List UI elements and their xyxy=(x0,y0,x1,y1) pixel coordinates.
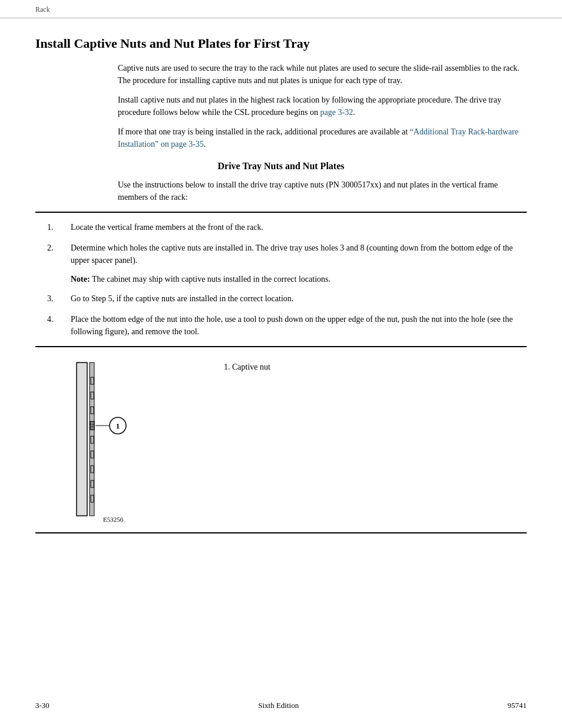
breadcrumb: Rack xyxy=(35,5,50,14)
step-1-num: 1. xyxy=(47,221,71,233)
top-divider xyxy=(35,212,527,213)
page-ref-link-1[interactable]: page 3-32 xyxy=(320,108,353,117)
footer-left: 3-30 xyxy=(35,701,49,710)
footer-right: 95741 xyxy=(507,701,527,710)
step-4-text: Place the bottom edge of the nut into th… xyxy=(71,313,515,338)
figure-svg: 1 E53256 xyxy=(41,357,206,528)
page-title: Install Captive Nuts and Nut Plates for … xyxy=(35,36,527,51)
step-3: 3. Go to Step 5, if the captive nuts are… xyxy=(47,292,515,305)
figure-legend-num: 1. xyxy=(224,363,230,371)
svg-rect-0 xyxy=(77,363,87,516)
step-3-text: Go to Step 5, if the captive nuts are in… xyxy=(71,292,515,305)
paragraph-1: Captive nuts are used to secure the tray… xyxy=(118,62,527,87)
note-text: The cabinet may ship with captive nuts i… xyxy=(92,275,330,284)
step-3-num: 3. xyxy=(47,292,71,305)
svg-text:E53256: E53256 xyxy=(103,516,124,523)
section-intro: Use the instructions below to install th… xyxy=(118,179,527,203)
step-1: 1. Locate the vertical frame members at … xyxy=(47,221,515,233)
paragraph-2: Install captive nuts and nut plates in t… xyxy=(118,94,527,118)
steps-block: 1. Locate the vertical frame members at … xyxy=(35,221,527,338)
step-4: 4. Place the bottom edge of the nut into… xyxy=(47,313,515,338)
page: Rack Install Captive Nuts and Nut Plates… xyxy=(0,0,562,728)
note-label: Note: xyxy=(71,275,90,284)
section-title: Drive Tray Nuts and Nut Plates xyxy=(35,161,527,172)
step-4-num: 4. xyxy=(47,313,71,338)
note-block: Note: The cabinet may ship with captive … xyxy=(71,275,515,284)
svg-text:1: 1 xyxy=(116,421,120,430)
figure-block: 1 E53256 1. Captive nut xyxy=(35,346,527,533)
step-2-num: 2. xyxy=(47,242,71,266)
main-content: Install Captive Nuts and Nut Plates for … xyxy=(0,18,562,545)
step-2: 2. Determine which holes the captive nut… xyxy=(47,242,515,266)
page-header: Rack xyxy=(0,0,562,18)
figure-image: 1 E53256 xyxy=(35,357,212,528)
figure-legend-text: Captive nut xyxy=(232,363,270,371)
figure-legend: 1. Captive nut xyxy=(224,357,270,372)
step-1-text: Locate the vertical frame members at the… xyxy=(71,221,515,233)
footer-center: Sixth Edition xyxy=(258,701,299,710)
page-footer: 3-30 Sixth Edition 95741 xyxy=(0,701,562,710)
additional-tray-link[interactable]: “Additional Tray Rack-hardware Installat… xyxy=(118,127,518,149)
paragraph-3: If more that one tray is being installed… xyxy=(118,126,527,150)
svg-rect-5 xyxy=(90,421,94,430)
step-2-text: Determine which holes the captive nuts a… xyxy=(71,242,515,266)
